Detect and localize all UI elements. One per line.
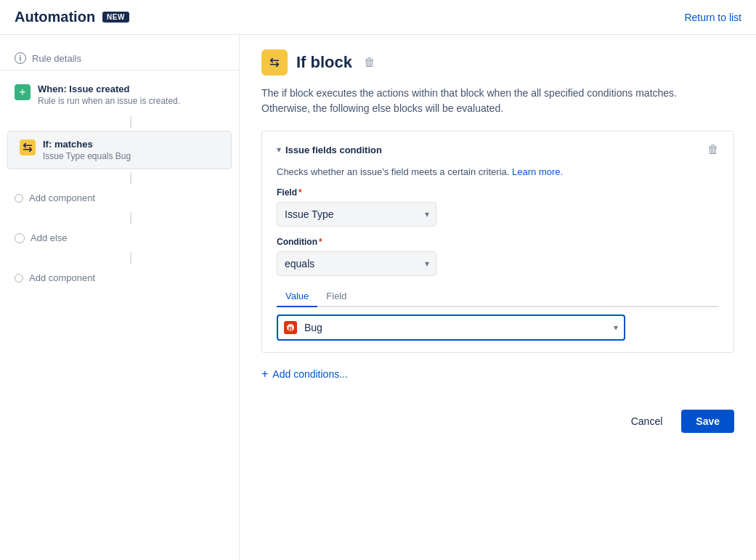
desc-line-2: Otherwise, the following else blocks wil…: [261, 102, 503, 114]
if-block-title: If block: [296, 53, 352, 72]
sidebar-trigger-item[interactable]: + When: Issue created Rule is run when a…: [0, 76, 239, 113]
connector-line-4: [23, 249, 239, 267]
add-component-outer-label: Add component: [29, 272, 95, 283]
condition-form-group: Condition * equals ▾: [277, 237, 719, 276]
save-button[interactable]: Save: [681, 410, 734, 433]
add-conditions-label: Add conditions...: [272, 368, 348, 380]
cancel-button[interactable]: Cancel: [619, 410, 675, 433]
condition-delete-icon[interactable]: 🗑: [707, 143, 719, 156]
field-form-group: Field * Issue Type ▾: [277, 187, 719, 227]
add-else-label: Add else: [31, 232, 68, 243]
condition-description: Checks whether an issue's field meets a …: [277, 166, 719, 177]
add-component-inner-label: Add component: [29, 192, 95, 203]
rule-details-label: Rule details: [32, 53, 81, 64]
field-select[interactable]: Issue Type: [277, 202, 436, 227]
circle-dot-icon-2: [15, 274, 23, 283]
circle-dot-icon: [15, 194, 23, 203]
sidebar-if-item[interactable]: If: matches Issue Type equals Bug: [7, 131, 232, 169]
connector-line-3: [23, 209, 239, 227]
switch-icon: [21, 141, 34, 154]
field-label: Field *: [277, 187, 719, 198]
bug-value-select[interactable]: Bug: [277, 315, 625, 341]
trigger-icon: +: [15, 84, 31, 100]
add-conditions-row[interactable]: + Add conditions...: [261, 368, 734, 381]
new-badge: NEW: [102, 12, 129, 23]
sidebar: i Rule details + When: Issue created Rul…: [0, 35, 240, 559]
condition-desc-text: Checks whether an issue's field meets a …: [277, 166, 509, 177]
line: [130, 116, 131, 128]
if-icon: [20, 139, 36, 155]
condition-select-wrapper: equals ▾: [277, 251, 436, 276]
return-to-list-link[interactable]: Return to list: [684, 12, 741, 23]
trigger-text: When: Issue created Rule is run when an …: [38, 84, 224, 106]
if-item-label: If: matches: [43, 139, 219, 150]
sidebar-rule-details[interactable]: i Rule details: [0, 46, 239, 70]
condition-card: ▾ Issue fields condition 🗑 Checks whethe…: [261, 131, 734, 353]
bug-select-wrapper: B Bug ▾: [277, 315, 625, 341]
app-title: Automation: [15, 9, 95, 25]
tab-value[interactable]: Value: [277, 286, 317, 307]
condition-title-row: ▾ Issue fields condition: [277, 145, 382, 155]
if-block-icon-box: [261, 49, 288, 76]
line: [130, 252, 131, 264]
action-buttons: Cancel Save: [261, 402, 734, 433]
condition-required-star: *: [319, 237, 322, 247]
field-required-star: *: [298, 187, 302, 198]
condition-label: Condition *: [277, 237, 719, 247]
add-conditions-plus-icon: +: [261, 368, 268, 381]
connector-line-1: [23, 113, 239, 131]
content-area: If block 🗑 The if block executes the act…: [240, 35, 756, 559]
add-else-row[interactable]: Add else: [0, 227, 239, 249]
line: [130, 172, 131, 184]
chevron-down-icon[interactable]: ▾: [277, 145, 281, 155]
tab-field[interactable]: Field: [317, 286, 355, 307]
main-layout: i Rule details + When: Issue created Rul…: [0, 35, 756, 559]
header-left: Automation NEW: [15, 9, 129, 25]
add-component-inner[interactable]: Add component: [0, 187, 239, 209]
condition-card-title: Issue fields condition: [285, 145, 382, 155]
field-select-wrapper: Issue Type ▾: [277, 202, 436, 227]
if-block-switch-icon: [268, 56, 281, 69]
trigger-sub: Rule is run when an issue is created.: [38, 96, 224, 106]
trigger-label: When: Issue created: [38, 84, 224, 94]
if-item-text: If: matches Issue Type equals Bug: [43, 139, 219, 161]
learn-more-link[interactable]: Learn more.: [512, 166, 563, 177]
plus-icon: +: [19, 86, 25, 98]
desc-line-1: The if block executes the actions within…: [261, 87, 677, 99]
circle-dot-lg-icon: [15, 233, 25, 243]
app-header: Automation NEW Return to list: [0, 0, 756, 35]
connector-line-2: [23, 169, 239, 187]
line: [130, 212, 131, 224]
condition-card-header: ▾ Issue fields condition 🗑: [277, 143, 719, 156]
condition-select[interactable]: equals: [277, 251, 436, 276]
value-field-tabs: Value Field: [277, 286, 719, 307]
if-item-sub: Issue Type equals Bug: [43, 151, 219, 161]
if-block-description: The if block executes the actions within…: [261, 86, 734, 116]
info-icon: i: [15, 52, 26, 64]
if-block-header: If block 🗑: [261, 49, 734, 76]
add-component-outer[interactable]: Add component: [0, 267, 239, 289]
if-block-delete-icon[interactable]: 🗑: [361, 53, 378, 72]
